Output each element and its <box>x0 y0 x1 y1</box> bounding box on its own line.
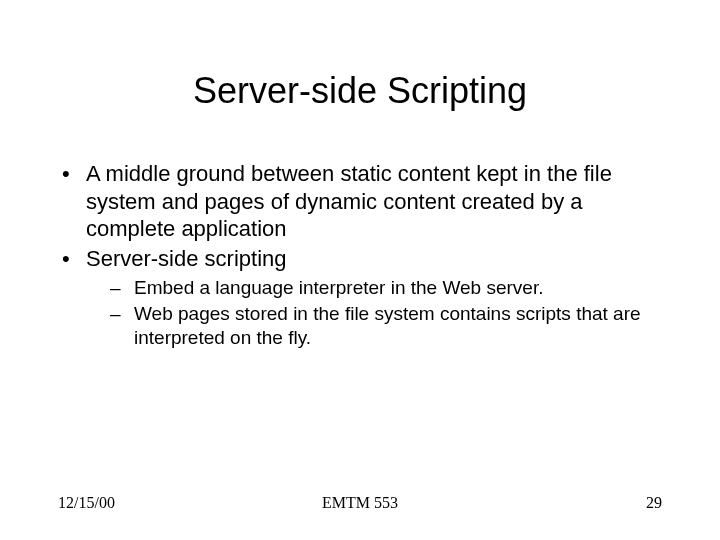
bullet-item: A middle ground between static content k… <box>58 160 662 243</box>
sub-bullet-item: Embed a language interpreter in the Web … <box>86 276 662 300</box>
bullet-text: Server-side scripting <box>86 246 287 271</box>
footer-center: EMTM 553 <box>58 494 662 512</box>
sub-bullet-text: Embed a language interpreter in the Web … <box>134 277 543 298</box>
footer-page-number: 29 <box>646 494 662 512</box>
sub-bullet-text: Web pages stored in the file system cont… <box>134 303 641 348</box>
bullet-list: A middle ground between static content k… <box>58 160 662 349</box>
slide-body: A middle ground between static content k… <box>58 160 662 351</box>
slide-title: Server-side Scripting <box>0 70 720 112</box>
bullet-item: Server-side scripting Embed a language i… <box>58 245 662 350</box>
sub-bullet-item: Web pages stored in the file system cont… <box>86 302 662 350</box>
slide: Server-side Scripting A middle ground be… <box>0 0 720 540</box>
bullet-text: A middle ground between static content k… <box>86 161 612 241</box>
sub-bullet-list: Embed a language interpreter in the Web … <box>86 276 662 349</box>
